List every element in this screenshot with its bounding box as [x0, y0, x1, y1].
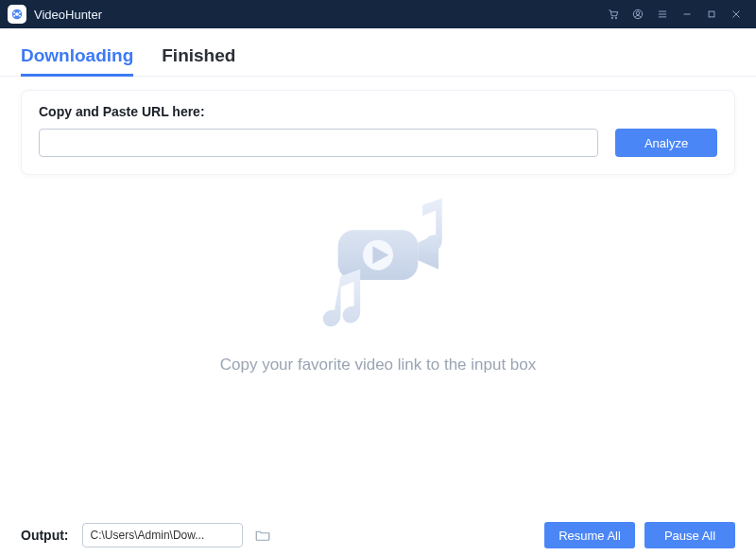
- empty-illustration-icon: [288, 189, 468, 340]
- svg-point-3: [19, 11, 21, 13]
- empty-text: Copy your favorite video link to the inp…: [220, 356, 537, 374]
- analyze-button[interactable]: Analyze: [615, 129, 717, 157]
- svg-point-2: [13, 11, 15, 13]
- output-label: Output:: [21, 528, 69, 543]
- svg-point-6: [611, 17, 613, 19]
- output-path-field[interactable]: C:\Users\Admin\Dow...: [82, 523, 243, 547]
- maximize-icon[interactable]: [699, 0, 724, 28]
- url-label: Copy and Paste URL here:: [39, 104, 717, 119]
- app-logo-icon: [8, 5, 26, 24]
- tab-downloading[interactable]: Downloading: [21, 45, 133, 76]
- open-folder-icon[interactable]: [252, 525, 273, 546]
- account-icon[interactable]: [626, 0, 650, 28]
- url-input[interactable]: [39, 129, 598, 157]
- svg-point-1: [15, 12, 19, 16]
- titlebar: VideoHunter: [0, 0, 756, 28]
- close-icon[interactable]: [724, 0, 748, 28]
- empty-state: Copy your favorite video link to the inp…: [0, 189, 756, 374]
- svg-point-4: [13, 15, 15, 17]
- pause-all-button[interactable]: Pause All: [644, 522, 735, 548]
- svg-point-5: [19, 15, 21, 17]
- tab-finished[interactable]: Finished: [162, 45, 235, 76]
- svg-rect-10: [709, 11, 714, 17]
- menu-icon[interactable]: [650, 0, 675, 28]
- svg-point-9: [636, 11, 640, 15]
- tabs: Downloading Finished: [0, 28, 756, 77]
- svg-point-7: [615, 17, 617, 19]
- url-card: Copy and Paste URL here: Analyze: [21, 90, 735, 175]
- footer: Output: C:\Users\Admin\Dow... Resume All…: [0, 514, 756, 556]
- app-title: VideoHunter: [34, 8, 102, 22]
- minimize-icon[interactable]: [675, 0, 699, 28]
- cart-icon[interactable]: [601, 0, 626, 28]
- resume-all-button[interactable]: Resume All: [544, 522, 635, 548]
